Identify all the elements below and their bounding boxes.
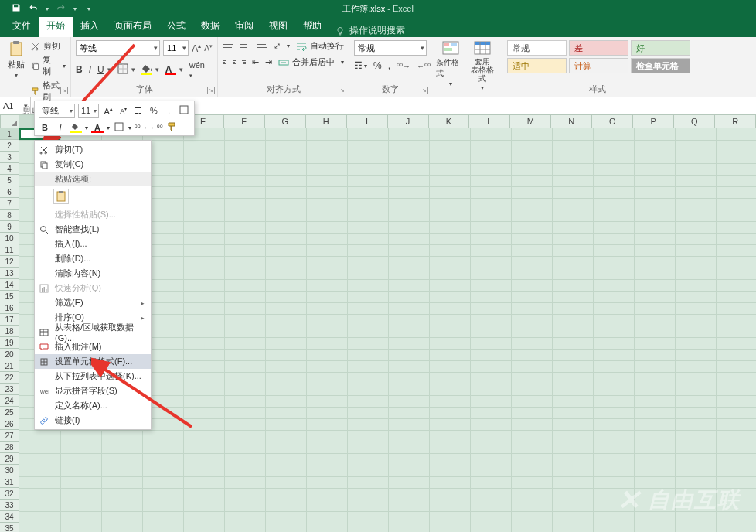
ctx-copy[interactable]: 复制(C)	[35, 157, 151, 172]
mini-italic-button[interactable]: I	[54, 123, 66, 132]
mini-inc-decimal-icon[interactable]: ⁰⁰→	[135, 124, 147, 131]
fill-color-button[interactable]	[141, 64, 152, 75]
qat-dropdown2-icon[interactable]: ▾	[73, 5, 77, 12]
ctx-cut[interactable]: 剪切(T)	[35, 142, 151, 157]
tab-file[interactable]: 文件	[5, 15, 39, 37]
row-header[interactable]: 10	[0, 233, 19, 244]
undo-icon[interactable]	[29, 3, 38, 14]
underline-button[interactable]: U	[97, 64, 104, 75]
style-normal[interactable]: 常规	[507, 40, 567, 56]
row-header[interactable]: 14	[0, 279, 19, 291]
row-header[interactable]: 11	[0, 244, 19, 256]
row-header[interactable]: 28	[0, 442, 19, 453]
row-header[interactable]: 13	[0, 268, 19, 279]
row-header[interactable]: 5	[0, 175, 19, 186]
align-bottom-icon[interactable]	[257, 42, 267, 51]
paste-button[interactable]: 粘贴 ▾	[5, 40, 28, 103]
row-header[interactable]: 1	[0, 128, 19, 140]
column-header[interactable]: I	[347, 114, 388, 128]
tell-me-search[interactable]: 操作说明搜索	[335, 24, 405, 37]
row-header[interactable]: 32	[0, 488, 19, 500]
align-middle-icon[interactable]	[240, 42, 250, 51]
row-header[interactable]: 30	[0, 465, 19, 476]
tab-home[interactable]: 开始	[39, 15, 73, 37]
row-header[interactable]: 3	[0, 152, 19, 163]
align-center-icon[interactable]	[233, 58, 237, 67]
comma-style-icon[interactable]: ,	[388, 60, 390, 71]
accounting-format-icon[interactable]: ☶	[354, 60, 363, 71]
column-header[interactable]: F	[224, 114, 265, 128]
dialog-launcher-clipboard[interactable]: ↘	[60, 87, 68, 94]
row-header[interactable]: 22	[0, 372, 19, 384]
column-header[interactable]: J	[388, 114, 429, 128]
save-icon[interactable]	[12, 3, 21, 14]
row-header[interactable]: 20	[0, 349, 19, 360]
dialog-launcher-alignment[interactable]: ↘	[339, 87, 346, 94]
qat-dropdown-icon[interactable]: ▾	[46, 5, 49, 12]
column-header[interactable]: P	[633, 114, 674, 128]
bold-button[interactable]: B	[76, 64, 83, 75]
dialog-launcher-font[interactable]: ↘	[207, 87, 215, 94]
row-header[interactable]: 34	[0, 511, 19, 523]
row-header[interactable]: 19	[0, 337, 19, 349]
increase-font-icon[interactable]: A▴	[192, 43, 201, 54]
mini-percent-icon[interactable]: %	[148, 106, 160, 115]
orientation-button[interactable]: ⤢	[274, 41, 281, 51]
number-format-combo[interactable]: 常规▾	[354, 40, 427, 56]
row-header[interactable]: 26	[0, 418, 19, 430]
ctx-smart-lookup[interactable]: 智能查找(L)	[35, 222, 151, 237]
ctx-insert-comment[interactable]: 插入批注(M)	[35, 339, 151, 354]
mini-font-name-combo[interactable]: 等线▾	[39, 104, 75, 118]
decrease-indent-icon[interactable]: ⇤	[252, 57, 259, 67]
tab-formulas[interactable]: 公式	[159, 15, 193, 37]
wrap-text-button[interactable]: 自动换行	[296, 40, 344, 52]
increase-indent-icon[interactable]: ⇥	[265, 57, 272, 67]
mini-fill-color-button[interactable]	[70, 123, 82, 132]
mini-border-icon[interactable]	[178, 105, 190, 116]
column-header[interactable]: K	[429, 114, 470, 128]
row-header[interactable]: 9	[0, 221, 19, 233]
row-header[interactable]: 27	[0, 430, 19, 442]
increase-decimal-icon[interactable]: ⁰⁰→	[397, 62, 410, 70]
mini-font-size-combo[interactable]: 11▾	[78, 104, 99, 118]
decrease-font-icon[interactable]: A▾	[204, 43, 213, 53]
mini-decrease-font-icon[interactable]: A▾	[117, 106, 130, 115]
mini-increase-font-icon[interactable]: A▴	[102, 106, 114, 116]
tab-view[interactable]: 视图	[261, 15, 295, 37]
column-header[interactable]: L	[469, 114, 510, 128]
select-all-button[interactable]	[0, 114, 19, 128]
mini-border-dd-icon[interactable]	[113, 122, 125, 133]
mini-comma-icon[interactable]: ,	[163, 106, 175, 115]
ctx-link[interactable]: 链接(I)	[35, 413, 151, 428]
ctx-pick-from-dropdown[interactable]: 从下拉列表中选择(K)...	[35, 369, 151, 384]
font-size-combo[interactable]: 11▾	[163, 40, 189, 56]
tab-review[interactable]: 审阅	[227, 15, 261, 37]
column-header[interactable]: M	[510, 114, 551, 128]
row-header[interactable]: 31	[0, 476, 19, 488]
format-as-table-button[interactable]: 套用 表格格式▾	[468, 40, 498, 91]
merge-center-button[interactable]: 合并后居中	[278, 56, 335, 68]
row-header[interactable]: 8	[0, 210, 19, 221]
style-calc[interactable]: 计算	[569, 58, 628, 73]
mini-bold-button[interactable]: B	[39, 123, 51, 132]
row-header[interactable]: 2	[0, 140, 19, 152]
row-header[interactable]: 15	[0, 291, 19, 302]
copy-button[interactable]: 复制▾	[31, 54, 66, 77]
conditional-formatting-button[interactable]: 条件格式▾	[436, 40, 465, 91]
border-button[interactable]	[117, 63, 128, 77]
row-header[interactable]: 17	[0, 314, 19, 326]
ctx-format-cells[interactable]: 设置单元格格式(F)...	[35, 354, 151, 369]
align-left-icon[interactable]	[223, 58, 226, 67]
ctx-delete[interactable]: 删除(D)...	[35, 251, 151, 266]
ctx-filter[interactable]: 筛选(E)▸	[35, 295, 151, 310]
italic-button[interactable]: I	[89, 64, 91, 75]
row-header[interactable]: 23	[0, 384, 19, 395]
row-header[interactable]: 21	[0, 360, 19, 372]
font-color-button[interactable]: A	[165, 64, 176, 75]
row-header[interactable]: 7	[0, 198, 19, 210]
ctx-show-phonetic[interactable]: wén显示拼音字段(S)	[35, 384, 151, 398]
style-bad[interactable]: 差	[569, 40, 628, 56]
decrease-decimal-icon[interactable]: ←⁰⁰	[417, 62, 431, 70]
phonetic-button[interactable]: wén▾	[189, 60, 205, 79]
row-header[interactable]: 24	[0, 395, 19, 407]
